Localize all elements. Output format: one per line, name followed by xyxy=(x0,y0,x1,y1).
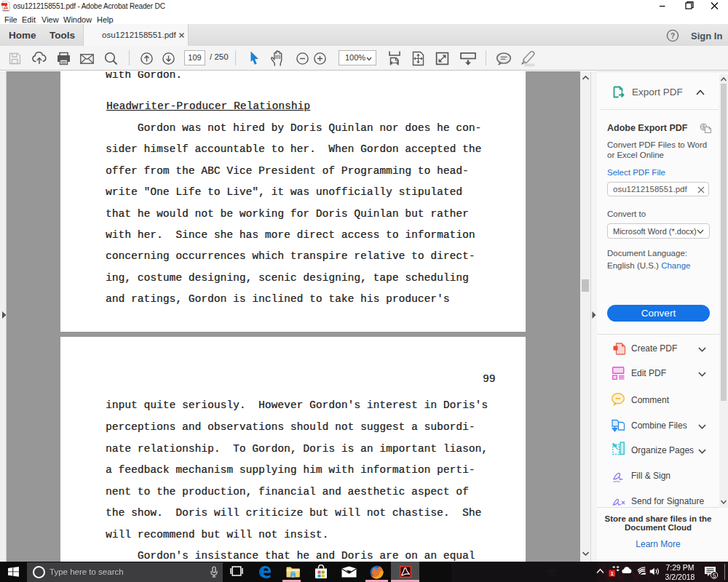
svg-text:1: 1 xyxy=(610,570,614,577)
svg-text:?: ? xyxy=(670,32,675,40)
svg-text:5: 5 xyxy=(713,572,716,579)
